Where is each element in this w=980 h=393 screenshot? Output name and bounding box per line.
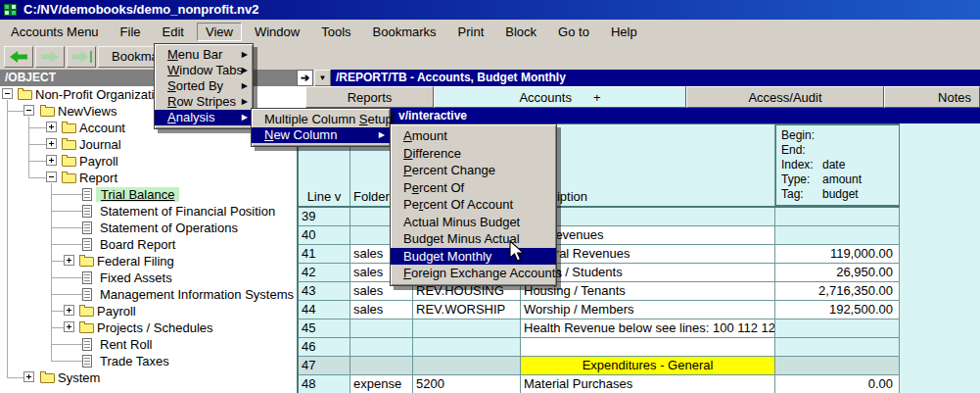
cell-description[interactable]: Worship / Members [521, 301, 775, 319]
tab-access-audit[interactable]: Access/Audit [686, 86, 884, 108]
menubar-item-block[interactable]: Block [496, 23, 545, 41]
collapse-icon[interactable] [23, 105, 34, 116]
cell-account[interactable]: 5200 [413, 375, 521, 393]
expand-icon[interactable] [64, 305, 74, 316]
cell-line[interactable]: 41 [299, 245, 350, 264]
menu-item-new-column[interactable]: New Column▶ [252, 127, 390, 143]
cell-line[interactable]: 46 [299, 338, 350, 357]
tree-item-statement-of-financial-position[interactable]: Statement of Financial Position [0, 203, 297, 220]
cell-line[interactable]: 39 [299, 208, 350, 226]
cell-description[interactable]: Health Revenue below see lines: 100 112 … [521, 319, 775, 338]
cell-account[interactable] [413, 319, 521, 338]
column-header-description[interactable]: Description [521, 124, 775, 206]
menubar-item-help[interactable]: Help [602, 23, 646, 41]
forward-end-button[interactable] [67, 46, 96, 68]
cell-description[interactable]: Revenues [521, 226, 775, 245]
menubar-item-bookmarks[interactable]: Bookmarks [364, 23, 445, 41]
cell-line[interactable]: 47 [299, 357, 350, 375]
cell-description[interactable]: Material Purchases [521, 375, 775, 393]
tree-item-system[interactable]: System [0, 369, 297, 386]
tree-item-trade-taxes[interactable]: Trade Taxes [0, 353, 297, 369]
menu-item-row-stripes[interactable]: Row Stripes▶ [155, 94, 253, 110]
menu-item-analysis[interactable]: Analysis▶ [155, 110, 253, 125]
menu-item-actual-minus-budget[interactable]: Actual Minus Budget [391, 214, 556, 231]
cell-line[interactable]: 40 [299, 226, 350, 245]
cell-folder[interactable] [350, 338, 413, 357]
tree-item-fixed-assets[interactable]: Fixed Assets [0, 270, 297, 286]
cell-amount[interactable]: 2,716,350.00 [775, 282, 900, 301]
cell-amount[interactable] [775, 208, 900, 226]
menubar-item-file[interactable]: File [112, 23, 150, 41]
menu-item-foreign-exchange-accounts[interactable]: Foreign Exchange Accounts [391, 265, 556, 282]
cell-folder[interactable] [350, 357, 413, 375]
tab-notes[interactable]: Notes [884, 86, 980, 108]
cell-amount[interactable]: 192,500.00 [775, 301, 900, 319]
cell-amount[interactable] [775, 357, 900, 375]
menubar-item-print[interactable]: Print [449, 23, 493, 41]
cell-line[interactable]: 42 [299, 264, 350, 282]
tree-item-rent-roll[interactable]: Rent Roll [0, 336, 297, 353]
tree-item-board-report[interactable]: Board Report [0, 236, 297, 253]
menu-item-amount[interactable]: Amount [391, 127, 556, 145]
collapse-icon[interactable] [2, 88, 13, 99]
menu-item-percent-of[interactable]: Percent Of [391, 179, 556, 197]
menubar-item-accounts-menu[interactable]: Accounts Menu [2, 23, 108, 41]
forward-button[interactable] [35, 46, 65, 68]
menubar-item-view[interactable]: View [197, 23, 242, 41]
expand-icon[interactable] [46, 155, 57, 166]
tree-item-statement-of-operations[interactable]: Statement of Operations [0, 220, 297, 236]
expand-icon[interactable] [46, 138, 57, 149]
cell-description[interactable]: General Revenues [521, 245, 775, 264]
tree-item-federal-filing[interactable]: Federal Filing [0, 253, 297, 270]
expand-icon[interactable] [64, 321, 74, 332]
tree-item-report[interactable]: Report [0, 170, 297, 186]
goto-button[interactable]: ➔ [297, 70, 313, 86]
table-row-44: 44salesREV.WORSHIPWorship / Members192,5… [299, 301, 900, 319]
cell-description[interactable] [521, 208, 775, 226]
menu-item-difference[interactable]: Difference [391, 145, 556, 163]
collapse-icon[interactable] [46, 172, 57, 182]
menu-item-percent-of-account[interactable]: Percent Of Account [391, 196, 556, 214]
cell-folder[interactable] [350, 319, 413, 338]
expand-icon[interactable] [64, 255, 74, 266]
tree-item-trial-balance[interactable]: Trial Balance [0, 186, 297, 203]
cell-folder[interactable]: expense [350, 375, 413, 393]
cell-account[interactable] [413, 338, 521, 357]
cell-description[interactable]: Housing / Tenants [521, 282, 775, 301]
cell-amount[interactable] [775, 226, 900, 245]
cell-amount[interactable]: 119,000.00 [775, 245, 900, 264]
cell-description[interactable]: Expenditures - General [521, 357, 775, 375]
cell-amount[interactable]: 0.00 [775, 375, 900, 393]
tree-item-payroll[interactable]: Payroll [0, 153, 297, 170]
menubar-item-go-to[interactable]: Go to [549, 23, 598, 41]
cell-folder[interactable]: sales [350, 301, 413, 319]
dropdown-button[interactable]: ▼ [314, 70, 331, 86]
cell-line[interactable]: 43 [299, 282, 350, 301]
tree-item-management-information-systems[interactable]: Management Information Systems [0, 286, 297, 303]
cell-line[interactable]: 45 [299, 319, 350, 338]
tree-item-projects-schedules[interactable]: Projects / Schedules [0, 319, 297, 336]
back-button[interactable] [4, 46, 33, 68]
cell-account[interactable] [413, 357, 521, 375]
cell-amount[interactable] [775, 319, 900, 338]
cell-line[interactable]: 44 [299, 301, 350, 319]
expand-icon[interactable] [23, 371, 34, 382]
menu-item-menu-bar[interactable]: Menu Bar▶ [155, 47, 253, 63]
end-bar-icon [90, 51, 92, 63]
menu-item-sorted-by[interactable]: Sorted By▶ [155, 78, 253, 94]
cell-account[interactable]: REV.WORSHIP [413, 301, 521, 319]
menubar-item-tools[interactable]: Tools [312, 23, 359, 41]
tab-reports[interactable]: Reports [305, 86, 434, 108]
menubar-item-edit[interactable]: Edit [154, 23, 193, 41]
menu-item-percent-change[interactable]: Percent Change [391, 162, 556, 179]
menu-item-window-tabs[interactable]: Window Tabs▶ [155, 63, 253, 78]
expand-icon[interactable] [46, 122, 57, 132]
cell-line[interactable]: 48 [299, 375, 350, 393]
cell-amount[interactable]: 26,950.00 [775, 264, 900, 282]
cell-description[interactable] [521, 338, 775, 357]
menubar-item-window[interactable]: Window [246, 23, 308, 41]
cell-amount[interactable] [775, 338, 900, 357]
tab-accounts[interactable]: Accounts + [434, 86, 686, 108]
menu-item-multiple-column-setup[interactable]: Multiple Column Setup [252, 112, 390, 127]
tree-item-payroll[interactable]: Payroll [0, 303, 297, 319]
